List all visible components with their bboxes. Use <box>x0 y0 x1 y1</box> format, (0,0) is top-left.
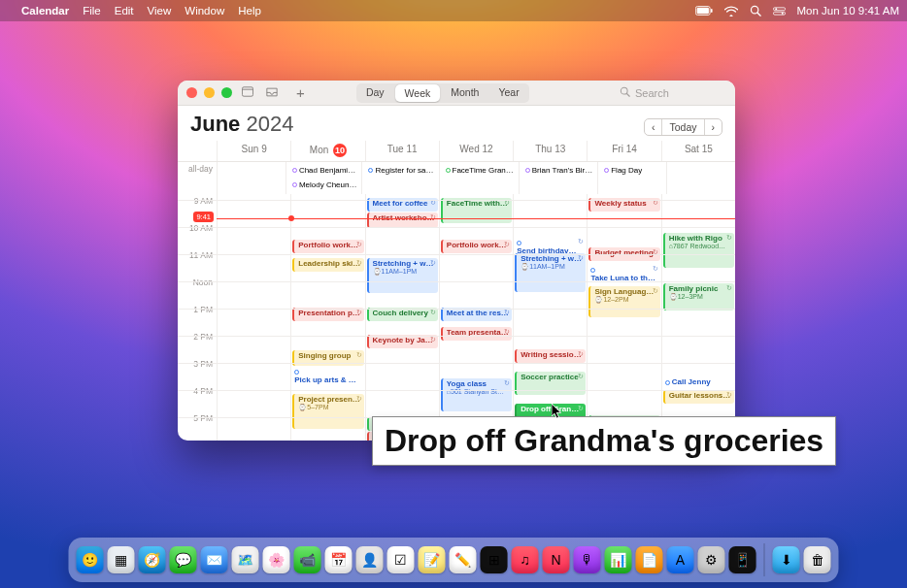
calendar-event[interactable]: Stretching + weights⌚11AM–1PM↻ <box>515 253 586 292</box>
day-column[interactable]: Portfolio work…↻Leadership skil…↻Present… <box>290 194 364 441</box>
menubar-app-name[interactable]: Calendar <box>21 5 69 16</box>
all-day-cell[interactable]: Brian Tran's Bir… <box>519 162 597 194</box>
dock-news[interactable]: N <box>543 546 570 573</box>
dock-safari[interactable]: 🧭 <box>139 546 166 573</box>
dock-numbers[interactable]: 📊 <box>605 546 632 573</box>
view-year[interactable]: Year <box>488 83 528 103</box>
wifi-icon[interactable] <box>724 6 738 16</box>
dock-freeform[interactable]: ✏️ <box>450 546 477 573</box>
day-column[interactable]: Send birthday…↻Stretching + weights⌚11AM… <box>513 194 587 441</box>
calendar-event[interactable]: Yoga class⌂501 Stanyan St… ⌚4–5:30PM↻ <box>441 378 512 411</box>
calendar-event[interactable]: Stretching + weights⌚11AM–1PM↻ <box>367 258 438 293</box>
dock-downloads[interactable]: ⬇︎ <box>773 546 800 573</box>
calendar-event[interactable]: Team presenta…↻ <box>441 327 512 341</box>
dock-launchpad[interactable]: ▦ <box>108 546 135 573</box>
all-day-cell[interactable] <box>666 162 735 194</box>
calendar-event[interactable]: FaceTime with…↻ <box>441 198 512 223</box>
calendar-event[interactable]: Soccer practice↻ <box>515 372 586 395</box>
dock-finder[interactable]: 🙂 <box>77 546 104 573</box>
all-day-event[interactable]: Register for sa… <box>363 164 437 178</box>
day-header[interactable]: Mon 10 <box>290 141 364 161</box>
calendar-event[interactable]: Leadership skil…↻ <box>292 258 363 272</box>
day-column[interactable] <box>217 194 290 441</box>
all-day-event[interactable]: Melody Cheun… <box>287 179 361 192</box>
today-button[interactable]: Today <box>662 119 704 135</box>
prev-week-button[interactable]: ‹ <box>645 119 663 135</box>
dock-podcasts[interactable]: 🎙 <box>574 546 601 573</box>
day-column[interactable]: Meet for coffee↻Artist worksho…↻Stretchi… <box>365 194 439 441</box>
day-column[interactable]: Weekly status↻Budget meeting↻Take Luna t… <box>587 194 660 441</box>
calendar-event[interactable]: Send birthday…↻ <box>515 237 586 250</box>
dock-pages[interactable]: 📄 <box>636 546 663 573</box>
calendar-event[interactable]: Presentation p…↻ <box>292 308 363 321</box>
day-header[interactable]: Sat 15 <box>661 141 735 161</box>
search-field[interactable]: Search <box>620 86 726 99</box>
dock-messages[interactable]: 💬 <box>170 546 197 573</box>
menubar-clock[interactable]: Mon Jun 10 9:41 AM <box>797 5 899 16</box>
dock-trash[interactable]: 🗑 <box>804 546 831 573</box>
dock-calendar[interactable]: 📅 <box>325 546 353 573</box>
inbox-icon[interactable] <box>263 86 281 100</box>
dock-facetime[interactable]: 📹 <box>294 546 321 573</box>
next-week-button[interactable]: › <box>705 119 722 135</box>
calendar-event[interactable]: Meet at the res…↻ <box>441 308 512 321</box>
dock-reminders[interactable]: ☑︎ <box>387 546 415 573</box>
menubar-window[interactable]: Window <box>185 5 224 16</box>
calendar-event[interactable]: Portfolio work…↻ <box>441 240 512 253</box>
window-minimize-button[interactable] <box>204 87 215 98</box>
all-day-event[interactable]: Brian Tran's Bir… <box>521 164 596 178</box>
day-column[interactable]: FaceTime with…↻Portfolio work…↻Meet at t… <box>439 194 513 441</box>
calendar-event[interactable]: Family picnic⌚12–3PM↻ <box>663 283 734 310</box>
all-day-cell[interactable]: FaceTime Gran… <box>439 162 519 194</box>
calendar-event[interactable]: Artist worksho…↻ <box>367 212 438 228</box>
calendar-event[interactable]: Guitar lessons…↻ <box>663 390 734 404</box>
day-header[interactable]: Fri 14 <box>587 141 660 161</box>
window-zoom-button[interactable] <box>221 87 232 98</box>
all-day-event[interactable]: Flag Day <box>599 164 665 178</box>
day-header[interactable]: Sun 9 <box>217 141 290 161</box>
dock-tv[interactable]: ⊞ <box>481 546 508 573</box>
dock-maps[interactable]: 🗺️ <box>232 546 259 573</box>
day-header[interactable]: Wed 12 <box>439 141 513 161</box>
day-column[interactable]: Hike with Rigo⌂7867 Redwood… ⌚10AM–12PM↻… <box>661 194 735 441</box>
all-day-event[interactable]: FaceTime Gran… <box>441 164 518 178</box>
all-day-event[interactable]: Chad Benjami… <box>287 164 361 178</box>
dock-appstore[interactable]: A <box>667 546 694 573</box>
add-event-icon[interactable]: + <box>293 89 308 97</box>
calendar-event[interactable]: Writing sessio…↻ <box>515 349 586 363</box>
calendar-event[interactable]: Portfolio work…↻ <box>292 240 363 253</box>
calendar-event[interactable]: Project presentations⌚5–7PM↻ <box>292 394 363 429</box>
view-month[interactable]: Month <box>441 83 488 103</box>
menubar-view[interactable]: View <box>148 5 172 16</box>
calendar-event[interactable]: Couch delivery↻ <box>367 308 438 321</box>
dock-music[interactable]: ♫ <box>512 546 539 573</box>
menubar-edit[interactable]: Edit <box>115 5 134 16</box>
all-day-cell[interactable]: Chad Benjami…Melody Cheun… <box>286 162 362 194</box>
view-week[interactable]: Week <box>395 84 441 102</box>
day-header[interactable]: Tue 11 <box>365 141 439 161</box>
spotlight-icon[interactable] <box>750 5 761 16</box>
battery-icon[interactable] <box>695 6 713 16</box>
calendar-body[interactable]: 9 AM10 AM11 AMNoon1 PM2 PM3 PM4 PM5 PM6 … <box>178 194 735 441</box>
calendar-event[interactable]: Keynote by Ja…↻ <box>367 335 438 348</box>
toggle-calendars-icon[interactable] <box>239 86 256 100</box>
calendar-event[interactable]: Take Luna to th…↻ <box>588 264 659 278</box>
day-header[interactable]: Thu 13 <box>513 141 587 161</box>
dock-mail[interactable]: ✉️ <box>201 546 228 573</box>
calendar-event[interactable]: Sign Language Club⌚12–2PM↻ <box>588 286 659 317</box>
dock-contacts[interactable]: 👤 <box>356 546 384 573</box>
control-center-icon[interactable] <box>773 6 786 16</box>
window-close-button[interactable] <box>186 87 197 98</box>
dock-notes[interactable]: 📝 <box>419 546 446 573</box>
menubar-file[interactable]: File <box>83 5 101 16</box>
calendar-event[interactable]: Pick up arts & … <box>292 366 363 377</box>
all-day-cell[interactable]: Register for sa… <box>361 162 438 194</box>
menubar-help[interactable]: Help <box>238 5 261 16</box>
dock-iphone-mirror[interactable]: 📱 <box>729 546 756 573</box>
calendar-event[interactable]: Call Jenny <box>663 376 734 390</box>
all-day-cell[interactable] <box>217 162 286 194</box>
dock-photos[interactable]: 🌸 <box>263 546 290 573</box>
dock-settings[interactable]: ⚙︎ <box>698 546 725 573</box>
view-day[interactable]: Day <box>356 83 394 103</box>
all-day-cell[interactable]: Flag Day <box>597 162 666 194</box>
